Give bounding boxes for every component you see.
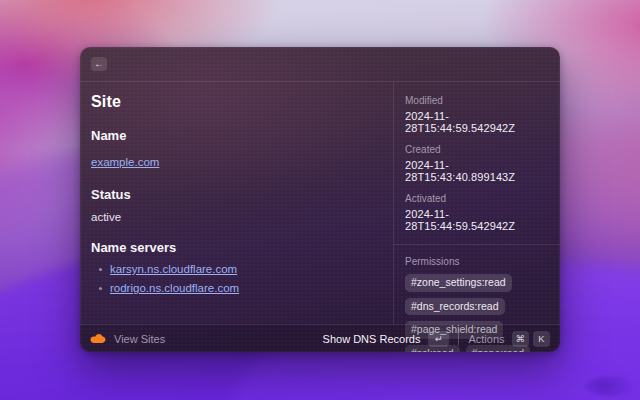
raycast-site-detail-window: ← Site Name example.com Status active Na… [80,47,560,352]
name-section-heading: Name [91,128,377,143]
permission-tag: #zone_settings:read [405,274,512,292]
list-item: karsyn.ns.cloudflare.com [99,263,377,275]
nameservers-section-heading: Name servers [91,240,377,255]
modified-value: 2024-11-28T15:44:59.542942Z [405,110,550,134]
footer-divider [458,333,459,345]
site-detail-panel: Site Name example.com Status active Name… [80,82,393,324]
status-section-heading: Status [91,187,377,202]
site-name-link[interactable]: example.com [91,156,159,168]
created-value: 2024-11-28T15:43:40.899143Z [405,159,550,183]
window-header: ← [80,47,560,82]
wallpaper-watermark [585,376,635,396]
command-key-icon[interactable]: ⌘ [512,331,530,347]
activated-value: 2024-11-28T15:44:59.542942Z [405,208,550,232]
metadata-created: Created 2024-11-28T15:43:40.899143Z [405,144,550,183]
action-bar: View Sites Show DNS Records ↵ Actions ⌘ … [80,324,560,352]
bullet-icon [99,287,102,290]
metadata-modified: Modified 2024-11-28T15:44:59.542942Z [405,95,550,134]
metadata-panel: Modified 2024-11-28T15:44:59.542942Z Cre… [393,82,560,324]
page-title: Site [91,93,377,111]
back-arrow-icon: ← [94,59,104,69]
permissions-label: Permissions [405,256,550,267]
permission-tag: #dns_records:read [405,298,505,316]
cloudflare-cloud-icon [90,334,106,344]
return-key-icon[interactable]: ↵ [428,331,449,347]
bullet-icon [99,268,102,271]
metadata-divider [394,244,560,245]
list-item: rodrigo.ns.cloudflare.com [99,282,377,294]
actions-menu-button[interactable]: Actions [468,333,504,345]
show-dns-records-button[interactable]: Show DNS Records [323,333,421,345]
nameserver-link[interactable]: karsyn.ns.cloudflare.com [110,263,237,275]
activated-label: Activated [405,193,550,204]
window-body: Site Name example.com Status active Name… [80,82,560,324]
k-key-icon[interactable]: K [533,331,550,347]
nameserver-link[interactable]: rodrigo.ns.cloudflare.com [110,282,239,294]
nameserver-list: karsyn.ns.cloudflare.com rodrigo.ns.clou… [91,263,377,294]
metadata-activated: Activated 2024-11-28T15:44:59.542942Z [405,193,550,232]
extension-label: View Sites [114,333,165,345]
status-value: active [91,211,377,223]
back-button[interactable]: ← [91,57,107,71]
modified-label: Modified [405,95,550,106]
created-label: Created [405,144,550,155]
